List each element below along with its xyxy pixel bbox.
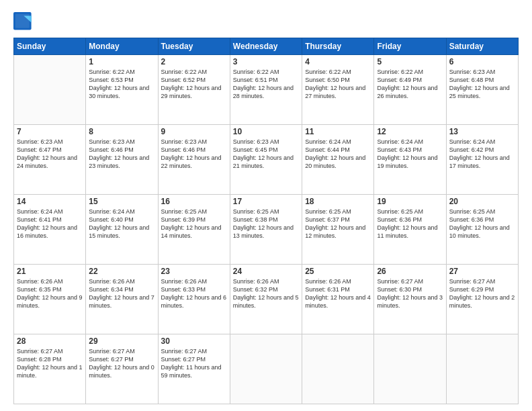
logo — [13, 12, 35, 31]
calendar-cell: 30Sunrise: 6:27 AM Sunset: 6:27 PM Dayli… — [158, 334, 230, 404]
day-number: 27 — [449, 267, 515, 276]
day-number: 26 — [377, 267, 443, 276]
calendar-cell: 1Sunrise: 6:22 AM Sunset: 6:53 PM Daylig… — [86, 55, 158, 125]
day-number: 7 — [17, 127, 83, 136]
calendar-cell: 20Sunrise: 6:25 AM Sunset: 6:36 PM Dayli… — [446, 195, 518, 265]
day-info: Sunrise: 6:23 AM Sunset: 6:46 PM Dayligh… — [161, 138, 227, 171]
day-number: 11 — [305, 127, 371, 136]
day-info: Sunrise: 6:25 AM Sunset: 6:38 PM Dayligh… — [233, 208, 299, 240]
weekday-header: Saturday — [446, 38, 518, 55]
calendar-cell: 4Sunrise: 6:22 AM Sunset: 6:50 PM Daylig… — [302, 55, 374, 125]
calendar-cell: 28Sunrise: 6:27 AM Sunset: 6:28 PM Dayli… — [14, 334, 86, 404]
calendar-cell: 11Sunrise: 6:24 AM Sunset: 6:44 PM Dayli… — [302, 125, 374, 195]
day-info: Sunrise: 6:27 AM Sunset: 6:29 PM Dayligh… — [449, 277, 515, 310]
day-number: 12 — [377, 127, 443, 136]
day-info: Sunrise: 6:22 AM Sunset: 6:52 PM Dayligh… — [161, 68, 227, 101]
calendar-cell: 7Sunrise: 6:23 AM Sunset: 6:47 PM Daylig… — [14, 125, 86, 195]
calendar-cell: 19Sunrise: 6:25 AM Sunset: 6:36 PM Dayli… — [374, 195, 446, 265]
day-number: 18 — [305, 197, 371, 206]
day-info: Sunrise: 6:26 AM Sunset: 6:34 PM Dayligh… — [89, 277, 154, 310]
day-info: Sunrise: 6:27 AM Sunset: 6:30 PM Dayligh… — [377, 277, 443, 310]
calendar-cell: 18Sunrise: 6:25 AM Sunset: 6:37 PM Dayli… — [302, 195, 374, 265]
day-info: Sunrise: 6:25 AM Sunset: 6:39 PM Dayligh… — [161, 208, 227, 240]
calendar-week-row: 14Sunrise: 6:24 AM Sunset: 6:41 PM Dayli… — [14, 195, 519, 265]
weekday-header: Friday — [374, 38, 446, 55]
calendar-cell: 14Sunrise: 6:24 AM Sunset: 6:41 PM Dayli… — [14, 195, 86, 265]
calendar-cell: 23Sunrise: 6:26 AM Sunset: 6:33 PM Dayli… — [158, 265, 230, 334]
weekday-header: Monday — [86, 38, 158, 55]
day-number: 25 — [305, 267, 371, 276]
calendar-cell: 8Sunrise: 6:23 AM Sunset: 6:46 PM Daylig… — [86, 125, 158, 195]
calendar-cell: 5Sunrise: 6:22 AM Sunset: 6:49 PM Daylig… — [374, 55, 446, 125]
day-info: Sunrise: 6:26 AM Sunset: 6:32 PM Dayligh… — [233, 277, 299, 310]
day-info: Sunrise: 6:22 AM Sunset: 6:49 PM Dayligh… — [377, 68, 443, 101]
calendar-cell: 17Sunrise: 6:25 AM Sunset: 6:38 PM Dayli… — [230, 195, 302, 265]
weekday-header: Sunday — [14, 38, 86, 55]
calendar-cell: 16Sunrise: 6:25 AM Sunset: 6:39 PM Dayli… — [158, 195, 230, 265]
day-number: 20 — [449, 197, 515, 206]
day-info: Sunrise: 6:27 AM Sunset: 6:28 PM Dayligh… — [17, 347, 83, 380]
day-info: Sunrise: 6:26 AM Sunset: 6:33 PM Dayligh… — [161, 277, 227, 310]
day-info: Sunrise: 6:23 AM Sunset: 6:46 PM Dayligh… — [89, 138, 154, 171]
calendar-cell — [446, 334, 518, 404]
day-number: 30 — [161, 336, 227, 346]
calendar-cell: 9Sunrise: 6:23 AM Sunset: 6:46 PM Daylig… — [158, 125, 230, 195]
svg-rect-2 — [15, 14, 30, 28]
calendar-cell: 12Sunrise: 6:24 AM Sunset: 6:43 PM Dayli… — [374, 125, 446, 195]
day-number: 19 — [377, 197, 443, 206]
day-number: 4 — [305, 57, 371, 66]
day-info: Sunrise: 6:22 AM Sunset: 6:50 PM Dayligh… — [305, 68, 371, 101]
day-info: Sunrise: 6:23 AM Sunset: 6:47 PM Dayligh… — [17, 138, 83, 171]
calendar-cell: 26Sunrise: 6:27 AM Sunset: 6:30 PM Dayli… — [374, 265, 446, 334]
day-number: 9 — [161, 127, 227, 136]
header — [13, 12, 519, 31]
calendar-header-row: SundayMondayTuesdayWednesdayThursdayFrid… — [14, 38, 519, 55]
calendar-cell: 21Sunrise: 6:26 AM Sunset: 6:35 PM Dayli… — [14, 265, 86, 334]
calendar-cell: 3Sunrise: 6:22 AM Sunset: 6:51 PM Daylig… — [230, 55, 302, 125]
weekday-header: Thursday — [302, 38, 374, 55]
calendar-cell — [230, 334, 302, 404]
calendar-week-row: 21Sunrise: 6:26 AM Sunset: 6:35 PM Dayli… — [14, 265, 519, 334]
page: SundayMondayTuesdayWednesdayThursdayFrid… — [0, 0, 532, 411]
day-info: Sunrise: 6:27 AM Sunset: 6:27 PM Dayligh… — [161, 347, 227, 380]
weekday-header: Wednesday — [230, 38, 302, 55]
day-number: 1 — [89, 57, 154, 66]
day-info: Sunrise: 6:27 AM Sunset: 6:27 PM Dayligh… — [89, 347, 154, 380]
day-number: 17 — [233, 197, 299, 206]
day-info: Sunrise: 6:23 AM Sunset: 6:48 PM Dayligh… — [449, 68, 515, 101]
day-number: 23 — [161, 267, 227, 276]
day-info: Sunrise: 6:24 AM Sunset: 6:43 PM Dayligh… — [377, 138, 443, 171]
day-info: Sunrise: 6:24 AM Sunset: 6:41 PM Dayligh… — [17, 208, 83, 240]
day-info: Sunrise: 6:24 AM Sunset: 6:44 PM Dayligh… — [305, 138, 371, 171]
day-info: Sunrise: 6:22 AM Sunset: 6:53 PM Dayligh… — [89, 68, 154, 101]
day-number: 15 — [89, 197, 154, 206]
calendar-table: SundayMondayTuesdayWednesdayThursdayFrid… — [13, 38, 519, 404]
day-info: Sunrise: 6:23 AM Sunset: 6:45 PM Dayligh… — [233, 138, 299, 171]
day-info: Sunrise: 6:25 AM Sunset: 6:36 PM Dayligh… — [377, 208, 443, 240]
calendar-cell: 13Sunrise: 6:24 AM Sunset: 6:42 PM Dayli… — [446, 125, 518, 195]
calendar-cell: 29Sunrise: 6:27 AM Sunset: 6:27 PM Dayli… — [86, 334, 158, 404]
day-info: Sunrise: 6:25 AM Sunset: 6:36 PM Dayligh… — [449, 208, 515, 240]
calendar-cell: 24Sunrise: 6:26 AM Sunset: 6:32 PM Dayli… — [230, 265, 302, 334]
calendar-cell — [302, 334, 374, 404]
calendar-cell: 27Sunrise: 6:27 AM Sunset: 6:29 PM Dayli… — [446, 265, 518, 334]
calendar-cell: 6Sunrise: 6:23 AM Sunset: 6:48 PM Daylig… — [446, 55, 518, 125]
day-info: Sunrise: 6:25 AM Sunset: 6:37 PM Dayligh… — [305, 208, 371, 240]
calendar-cell — [14, 55, 86, 125]
day-number: 22 — [89, 267, 154, 276]
weekday-header: Tuesday — [158, 38, 230, 55]
day-number: 5 — [377, 57, 443, 66]
calendar-week-row: 1Sunrise: 6:22 AM Sunset: 6:53 PM Daylig… — [14, 55, 519, 125]
logo-icon — [13, 12, 32, 31]
day-number: 6 — [449, 57, 515, 66]
day-number: 24 — [233, 267, 299, 276]
day-info: Sunrise: 6:24 AM Sunset: 6:42 PM Dayligh… — [449, 138, 515, 171]
day-number: 2 — [161, 57, 227, 66]
day-info: Sunrise: 6:26 AM Sunset: 6:31 PM Dayligh… — [305, 277, 371, 310]
day-number: 13 — [449, 127, 515, 136]
day-number: 8 — [89, 127, 154, 136]
day-info: Sunrise: 6:24 AM Sunset: 6:40 PM Dayligh… — [89, 208, 154, 240]
day-info: Sunrise: 6:26 AM Sunset: 6:35 PM Dayligh… — [17, 277, 83, 310]
day-info: Sunrise: 6:22 AM Sunset: 6:51 PM Dayligh… — [233, 68, 299, 101]
day-number: 21 — [17, 267, 83, 276]
